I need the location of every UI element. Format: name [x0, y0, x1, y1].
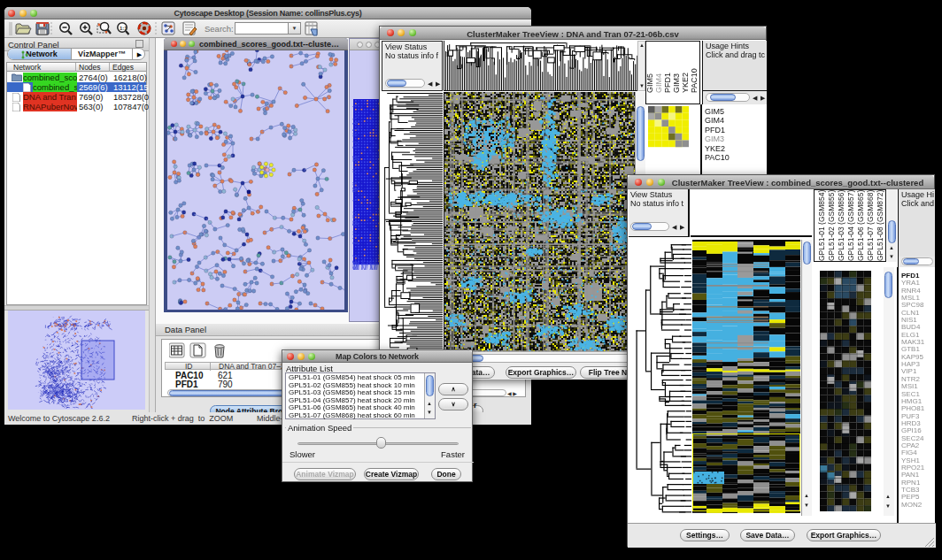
svg-text:1:1: 1:1 [120, 26, 127, 31]
